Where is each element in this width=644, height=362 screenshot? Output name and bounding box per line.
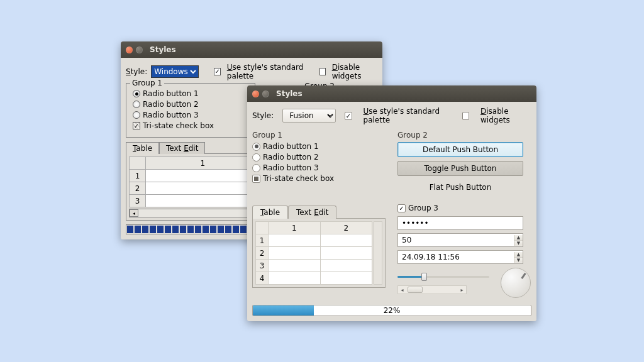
style-label: Style:: [126, 67, 147, 76]
radio-button-1[interactable]: Radio button 1: [133, 89, 248, 98]
minimize-icon[interactable]: [136, 47, 143, 53]
group2-title: Group 2: [397, 131, 531, 140]
table-grid[interactable]: 12 1 2 3 4: [255, 221, 372, 285]
password-field[interactable]: ••••••: [397, 216, 523, 230]
radio-button-3[interactable]: Radio button 3: [133, 111, 248, 119]
group3-title: Group 3: [408, 204, 438, 212]
spin-down-icon: ▼: [514, 241, 523, 246]
horizontal-slider[interactable]: [397, 272, 489, 282]
use-palette-checkbox[interactable]: [345, 112, 352, 120]
radio-button-3[interactable]: Radio button 3: [252, 163, 386, 172]
style-combobox[interactable]: Fusion: [282, 109, 336, 123]
progress-bar: 22%: [252, 305, 531, 316]
spinbox[interactable]: 50 ▲▼: [397, 233, 523, 247]
group1-box: Group 1 Radio button 1 Radio button 2 Ra…: [126, 83, 255, 138]
tab-table[interactable]: Table: [126, 142, 159, 154]
titlebar[interactable]: Styles: [121, 41, 382, 58]
group1-box: Group 1 Radio button 1 Radio button 2 Ra…: [252, 127, 386, 199]
default-push-button[interactable]: Default Push Button: [397, 142, 523, 157]
tristate-checkbox[interactable]: Tri-state check box: [133, 121, 248, 130]
disable-widgets-checkbox[interactable]: [462, 112, 469, 120]
disable-widgets-label: Disable widgets: [332, 63, 377, 80]
use-palette-label: Use style's standard palette: [364, 107, 453, 124]
toggle-push-button[interactable]: Toggle Push Button: [397, 161, 523, 176]
styles-window-fusion: Styles Style: Fusion Use style's standar…: [247, 85, 536, 321]
scroll-left-icon: ◂: [398, 287, 406, 293]
titlebar[interactable]: Styles: [247, 85, 536, 102]
minimize-icon[interactable]: [262, 90, 269, 97]
group1-title: Group 1: [130, 79, 164, 87]
disable-widgets-label: Disable widgets: [480, 107, 531, 124]
window-title: Styles: [150, 45, 176, 54]
radio-button-1[interactable]: Radio button 1: [252, 142, 386, 151]
spin-down-icon: ▼: [514, 258, 523, 263]
flat-push-button[interactable]: Flat Push Button: [397, 180, 523, 195]
use-palette-checkbox[interactable]: [214, 68, 220, 75]
dial[interactable]: [501, 268, 531, 298]
style-combobox[interactable]: Windows: [151, 65, 199, 78]
group3-box: Group 3 •••••• 50 ▲▼ 24.09.18 11:56 ▲▼: [397, 201, 531, 299]
horizontal-scrollbar[interactable]: ◂▸: [397, 285, 467, 294]
datetime-field[interactable]: 24.09.18 11:56 ▲▼: [397, 250, 523, 264]
close-icon[interactable]: [126, 47, 133, 53]
tab-text-edit[interactable]: Text Edit: [159, 142, 205, 154]
radio-button-2[interactable]: Radio button 2: [252, 153, 386, 162]
disable-widgets-checkbox[interactable]: [319, 68, 326, 75]
group2-box: Group 2 Default Push Button Toggle Push …: [397, 127, 531, 199]
spin-up-icon: ▲: [514, 235, 523, 241]
group3-checkbox[interactable]: [397, 204, 406, 212]
use-palette-label: Use style's standard palette: [227, 63, 308, 80]
window-title: Styles: [276, 89, 303, 98]
tab-text-edit[interactable]: Text Edit: [288, 206, 336, 219]
tristate-checkbox[interactable]: Tri-state check box: [252, 174, 386, 183]
vertical-scrollbar[interactable]: [374, 221, 382, 285]
style-label: Style:: [252, 111, 274, 120]
group1-title: Group 1: [252, 131, 386, 140]
scroll-right-icon: ▸: [458, 287, 466, 293]
spin-up-icon: ▲: [514, 252, 523, 258]
tab-table[interactable]: Table: [252, 206, 288, 219]
radio-button-2[interactable]: Radio button 2: [133, 100, 248, 109]
scroll-left-icon: ◂: [130, 209, 138, 217]
close-icon[interactable]: [252, 90, 259, 97]
